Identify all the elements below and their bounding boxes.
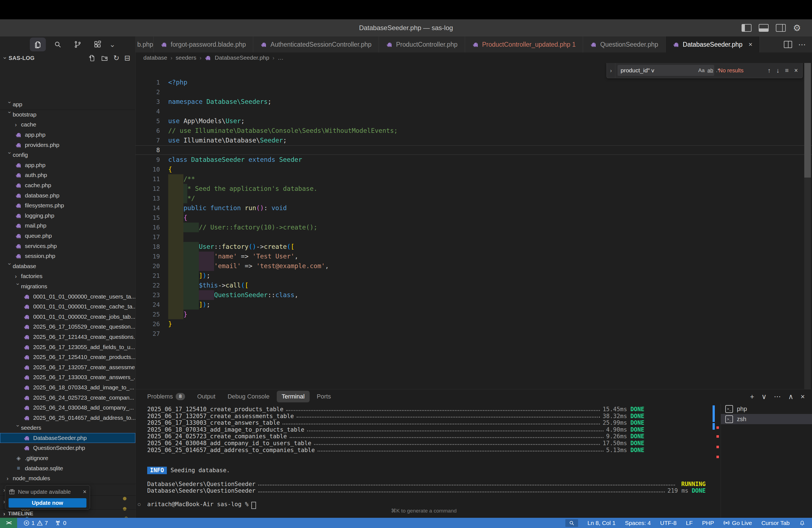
tab-authenticatedsessioncontroller-php[interactable]: AuthenticatedSessionController.php xyxy=(253,36,379,53)
tree-item-cache-php[interactable]: cache.php xyxy=(0,180,135,191)
tree-item-2025-06-18-070343-add-image-to-[interactable]: 2025_06_18_070343_add_image_to_... xyxy=(0,382,135,393)
tree-item-migrations[interactable]: ›migrations xyxy=(0,281,135,292)
previous-match-icon[interactable]: ↑ xyxy=(768,67,771,74)
editor-scrollbar-thumb[interactable] xyxy=(804,63,811,178)
tree-item-2025-06-24-025723-create-compan-[interactable]: 2025_06_24_025723_create_compan... xyxy=(0,392,135,402)
tree-item-0001-01-01-000001-create-cache-ta-[interactable]: 0001_01_01_000001_create_cache_ta... xyxy=(0,302,135,312)
find-in-selection-icon[interactable]: ≡ xyxy=(785,67,788,74)
code-line-11[interactable]: 11/** xyxy=(135,174,812,184)
code-editor[interactable]: 1<?php23namespace Database\Seeders;45use… xyxy=(135,63,812,390)
terminal-output[interactable]: 2025_06_17_125410_create_products_table1… xyxy=(135,404,712,518)
tree-item-database-php[interactable]: database.php xyxy=(0,190,135,201)
source-control-icon[interactable] xyxy=(70,38,86,52)
tree-item-database[interactable]: ›database xyxy=(0,261,135,272)
explorer-header[interactable]: › SAS-LOG ↻ ⊟ xyxy=(0,53,135,63)
tree-item-database-sqlite[interactable]: ≡database.sqlite xyxy=(0,463,135,473)
tree-item-app-php[interactable]: app.php xyxy=(0,130,135,140)
tree-item-providers-php[interactable]: providers.php xyxy=(0,140,135,150)
code-line-18[interactable]: 18User::factory()->create([ xyxy=(135,242,812,252)
code-line-4[interactable]: 4 xyxy=(135,107,812,116)
terminal-instance-php[interactable]: >_php xyxy=(721,404,812,414)
tree-item-0001-01-01-000002-create-jobs-tab-[interactable]: 0001_01_01_000002_create_jobs_tab... xyxy=(0,311,135,322)
tree-item-2025-06-17-125410-create-products-[interactable]: 2025_06_17_125410_create_products... xyxy=(0,352,135,362)
maximize-panel-icon[interactable]: ∧ xyxy=(788,392,794,401)
status-item-go-live[interactable]: Go Live xyxy=(723,520,752,526)
tree-item-seeders[interactable]: ›seeders xyxy=(0,423,135,433)
code-line-7[interactable]: 7use Illuminate\Database\Seeder; xyxy=(135,136,812,145)
panel-tab-output[interactable]: Output xyxy=(192,391,220,402)
tab-close-icon[interactable]: × xyxy=(749,41,752,48)
code-line-10[interactable]: 10{ xyxy=(135,165,812,174)
explorer-icon[interactable] xyxy=(30,38,46,52)
code-line-1[interactable]: 1<?php xyxy=(135,78,812,87)
code-line-5[interactable]: 5use App\Models\User; xyxy=(135,116,812,126)
tree-item-2025-06-17-132057-create-assessme-[interactable]: 2025_06_17_132057_create_assessme... xyxy=(0,362,135,372)
code-line-23[interactable]: 23QuestionSeeder::class, xyxy=(135,290,812,300)
tree-item-0001-01-01-000000-create-users-ta-[interactable]: 0001_01_01_000000_create_users_ta... xyxy=(0,291,135,302)
split-editor-icon[interactable] xyxy=(784,41,792,48)
editor-more-actions-icon[interactable]: ⋯ xyxy=(798,40,806,49)
panel-tab-terminal[interactable]: Terminal xyxy=(277,391,309,402)
code-line-6[interactable]: 6// use Illuminate\Database\Console\Seed… xyxy=(135,126,812,136)
tree-item-app[interactable]: ›app xyxy=(0,99,135,109)
tab-b-php[interactable]: b.php xyxy=(135,36,154,53)
status-item-search[interactable] xyxy=(565,519,578,527)
tree-item-2025-06-24-030048-add-company-[interactable]: 2025_06_24_030048_add_company_... xyxy=(0,402,135,413)
update-now-button[interactable]: Update now xyxy=(9,498,86,508)
breadcrumb[interactable]: database›seeders›DatabaseSeeder.php›… xyxy=(135,53,812,63)
code-line-19[interactable]: 19'name' => 'Test User', xyxy=(135,252,812,261)
launch-profile-icon[interactable]: ∨ xyxy=(762,392,767,401)
toggle-panel-icon[interactable] xyxy=(759,24,769,32)
status-item-bell[interactable] xyxy=(799,520,806,526)
tree-item-2025-06-17-123055-add-fields-to-u-[interactable]: 2025_06_17_123055_add_fields_to_u... xyxy=(0,342,135,352)
panel-tab-debug-console[interactable]: Debug Console xyxy=(222,391,275,402)
code-line-3[interactable]: 3namespace Database\Seeders; xyxy=(135,97,812,107)
status-item-utf-8[interactable]: UTF-8 xyxy=(660,520,677,526)
tree-item-auth-php[interactable]: auth.php xyxy=(0,170,135,180)
code-line-8[interactable]: 8 xyxy=(135,145,812,155)
activity-more-icon[interactable]: ⌄ xyxy=(110,40,115,49)
code-line-22[interactable]: 22$this->call([ xyxy=(135,281,812,290)
next-match-icon[interactable]: ↓ xyxy=(777,67,780,74)
tree-item-mail-php[interactable]: mail.php xyxy=(0,221,135,231)
status-item-lf[interactable]: LF xyxy=(686,520,693,526)
tree-item-2025-06-25-014657-add-address-to-[interactable]: 2025_06_25_014657_add_address_to... xyxy=(0,413,135,423)
code-line-24[interactable]: 24]); xyxy=(135,300,812,310)
terminal-instance-zsh[interactable]: >_zsh xyxy=(721,414,812,424)
tree-item-cache[interactable]: ›cache xyxy=(0,120,135,130)
panel-tab-ports[interactable]: Ports xyxy=(312,391,336,402)
find-input[interactable] xyxy=(621,67,695,74)
status-item-cursor-tab[interactable]: Cursor Tab xyxy=(762,520,789,526)
status-item-php[interactable]: PHP xyxy=(702,520,714,526)
status-item-ln-8-col-1[interactable]: Ln 8, Col 1 xyxy=(588,520,615,526)
problems-status[interactable]: 1 7 xyxy=(23,520,48,526)
timeline-section[interactable]: › TIMELINE xyxy=(0,509,139,518)
panel-tab-problems[interactable]: Problems8 xyxy=(142,391,190,402)
new-folder-icon[interactable] xyxy=(101,54,108,62)
editor-scrollbar[interactable] xyxy=(804,63,811,390)
code-line-12[interactable]: 12 * Seed the application's database. xyxy=(135,184,812,194)
code-line-16[interactable]: 16// User::factory(10)->create(); xyxy=(135,223,812,232)
code-line-2[interactable]: 2 xyxy=(135,87,812,97)
tree-item-2025-06-17-121443-create-questions-[interactable]: 2025_06_17_121443_create_questions... xyxy=(0,332,135,342)
code-line-17[interactable]: 17 xyxy=(135,232,812,242)
breadcrumb-item[interactable]: seeders xyxy=(176,54,197,61)
code-line-20[interactable]: 20'email' => 'test@example.com', xyxy=(135,261,812,271)
tree-item-session-php[interactable]: session.php xyxy=(0,251,135,261)
code-line-26[interactable]: 26} xyxy=(135,319,812,329)
tree-item-queue-php[interactable]: queue.php xyxy=(0,231,135,241)
find-input-box[interactable]: Aa ab .* xyxy=(618,65,714,76)
close-panel-icon[interactable]: × xyxy=(801,392,805,401)
breadcrumb-item[interactable]: … xyxy=(278,54,284,61)
breadcrumb-item[interactable]: DatabaseSeeder.php xyxy=(215,54,269,61)
code-line-9[interactable]: 9class DatabaseSeeder extends Seeder xyxy=(135,155,812,165)
code-line-13[interactable]: 13 */ xyxy=(135,194,812,203)
title-bar[interactable]: DatabaseSeeder.php — sas-log ⚙ xyxy=(0,19,812,36)
tree-item-factories[interactable]: ›factories xyxy=(0,271,135,281)
match-case-icon[interactable]: Aa xyxy=(698,68,705,73)
toggle-sidebar-icon[interactable] xyxy=(742,24,752,32)
toggle-secondary-sidebar-icon[interactable] xyxy=(776,24,786,32)
tree-item-2025-06-17-105529-create-question-[interactable]: 2025_06_17_105529_create_question... xyxy=(0,322,135,332)
collapse-folders-icon[interactable]: ⊟ xyxy=(124,54,130,62)
whole-word-icon[interactable]: ab xyxy=(707,68,713,73)
